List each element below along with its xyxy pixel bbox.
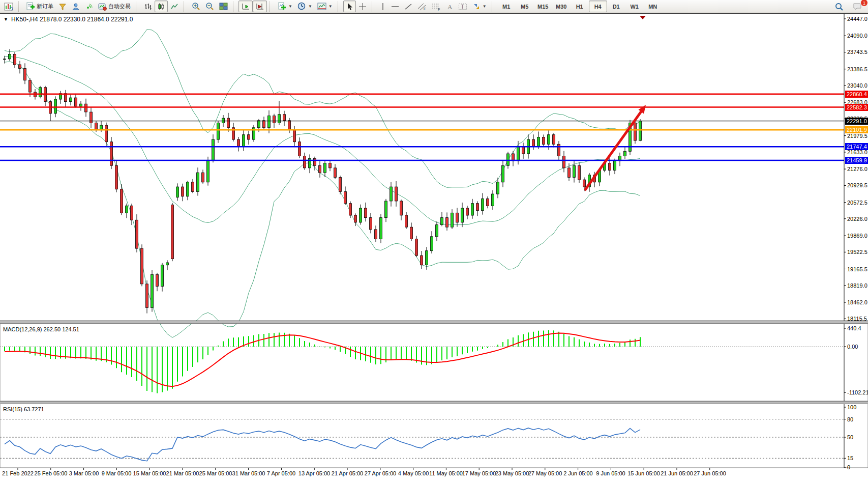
notifications-button[interactable]: 1: [850, 1, 865, 12]
arrows-icon: [472, 3, 481, 11]
candlestick-chart-icon: [157, 3, 165, 11]
toolbar-separator: [270, 1, 273, 12]
fibonacci-button[interactable]: F: [429, 1, 443, 12]
time-tick-label: 13 Apr 05:00: [298, 470, 330, 476]
timeframe-button-w1[interactable]: W1: [625, 1, 644, 12]
trendline-button[interactable]: [402, 1, 415, 12]
timeframe-button-mn[interactable]: MN: [644, 1, 662, 12]
rsi-tick-label: 100: [847, 404, 856, 410]
timeframe-button-m15[interactable]: M15: [534, 1, 552, 12]
auto-scroll-icon: [241, 3, 250, 11]
timeframe-button-d1[interactable]: D1: [607, 1, 625, 12]
time-tick-label: 2 Jun 05:00: [563, 470, 593, 476]
price-tick-label: 20226.0: [847, 216, 867, 222]
time-tick-label: 23 May 05:00: [495, 470, 529, 476]
time-tick-label: 3 Mar 05:00: [69, 470, 99, 476]
dropdown-arrow-icon: ▼: [308, 4, 312, 9]
price-line-badge: 22101.9: [845, 126, 868, 133]
line-chart-button[interactable]: [168, 1, 181, 12]
price-tick-label: 21276.0: [847, 166, 867, 172]
timeframe-toolbar: M1M5M15M30H1H4D1W1MN: [496, 0, 664, 13]
price-tick-label: 23743.5: [847, 49, 867, 55]
time-tick-label: 21 Mar 05:00: [166, 470, 199, 476]
chart-window: ▼ HK50-,H4 21878.0 22330.0 21864.0 22291…: [0, 14, 868, 482]
timeframe-button-m1[interactable]: M1: [497, 1, 516, 12]
depth-of-market-button[interactable]: [56, 1, 69, 12]
auto-scroll-button[interactable]: [238, 1, 253, 12]
bar-chart-icon: [144, 3, 152, 11]
crosshair-icon: [358, 3, 367, 11]
search-icon: [834, 2, 844, 11]
signals-button[interactable]: [82, 1, 96, 12]
funnel-icon: [58, 3, 67, 11]
search-button[interactable]: [832, 1, 846, 12]
zoom-in-button[interactable]: [189, 1, 203, 12]
indicators-button[interactable]: ▼: [275, 1, 295, 12]
timeframe-button-h4[interactable]: H4: [589, 1, 607, 12]
arrows-button[interactable]: ▼: [470, 1, 489, 12]
timeframe-button-m30[interactable]: M30: [552, 1, 571, 12]
macd-indicator-label: MACD(12,26,9) 262.50 124.51: [3, 326, 79, 332]
tile-windows-button[interactable]: [217, 1, 230, 12]
text-label-button[interactable]: T: [456, 1, 470, 12]
vertical-line-button[interactable]: [377, 1, 388, 12]
time-tick-label: 4 May 05:00: [398, 470, 429, 476]
text-label-icon: T: [458, 3, 467, 11]
autotrading-button[interactable]: 自动交易: [96, 1, 133, 12]
equidistant-channel-button[interactable]: E: [415, 1, 429, 12]
price-line-badge: 21459.9: [845, 157, 868, 164]
macd-signal-line: [5, 333, 640, 387]
text-button[interactable]: A: [443, 1, 456, 12]
price-tick-label: 23386.5: [847, 66, 867, 72]
templates-button[interactable]: ▼: [315, 1, 335, 12]
symbols-chart-icon: [4, 3, 13, 11]
price-line-badge: 22582.3: [845, 104, 868, 111]
cursor-arrow-icon: [346, 3, 353, 11]
price-tick-label: 20929.5: [847, 182, 867, 188]
bollinger-band-u: [5, 30, 640, 188]
dropdown-arrow-icon: ▼: [483, 4, 487, 9]
periods-button[interactable]: ▼: [295, 1, 315, 12]
time-tick-label: 15 Mar 05:00: [133, 470, 166, 476]
time-tick-label: 27 May 05:00: [528, 470, 562, 476]
timeframe-button-h1[interactable]: H1: [571, 1, 589, 12]
price-tick-label: 18819.0: [847, 282, 867, 289]
macd-histogram: [5, 330, 640, 393]
price-tick-label: 24447.0: [847, 16, 867, 22]
rsi-indicator-label: RSI(15) 63.7271: [3, 406, 44, 412]
community-button[interactable]: [69, 1, 82, 12]
time-tick-label: 15 Jun 05:00: [627, 470, 660, 476]
timeframe-button-m5[interactable]: M5: [516, 1, 534, 12]
notification-badge: 1: [860, 0, 868, 7]
cursor-button[interactable]: [343, 1, 356, 12]
dropdown-arrow-icon: ▼: [328, 4, 333, 9]
price-tick-label: 19165.5: [847, 266, 867, 272]
price-tick-label: 21979.5: [847, 133, 867, 139]
indicators-icon: [278, 2, 286, 11]
clock-icon: [297, 2, 306, 11]
new-order-button[interactable]: 新订单: [24, 1, 56, 12]
toolbar-separator: [18, 1, 21, 12]
chart-caret-icon[interactable]: ▼: [4, 17, 8, 22]
time-tick-label: 17 May 05:00: [462, 470, 496, 476]
time-tick-label: 21 Jun 05:00: [661, 470, 693, 476]
candlestick-chart-button[interactable]: [155, 1, 168, 12]
rsi-splitter[interactable]: [0, 401, 868, 404]
zoom-out-icon: [205, 2, 214, 11]
toolbar-separator: [184, 1, 187, 12]
toolbar-separator: [338, 1, 341, 12]
horizontal-line-button[interactable]: [388, 1, 402, 12]
candlesticks: [4, 49, 642, 314]
zoom-in-icon: [192, 2, 200, 11]
zoom-out-button[interactable]: [203, 1, 217, 12]
shift-marker-icon: [640, 16, 646, 19]
chart-shift-button[interactable]: [253, 1, 267, 12]
mt4-terminal: 新订单: [0, 0, 868, 482]
autotrading-icon: [98, 3, 107, 11]
bar-chart-button[interactable]: [141, 1, 155, 12]
macd-splitter[interactable]: [0, 321, 868, 324]
time-tick-label: 25 Mar 05:00: [199, 470, 232, 476]
new-order-icon: [26, 2, 35, 11]
symbols-chart-button[interactable]: [2, 1, 16, 12]
crosshair-button[interactable]: [356, 1, 369, 12]
